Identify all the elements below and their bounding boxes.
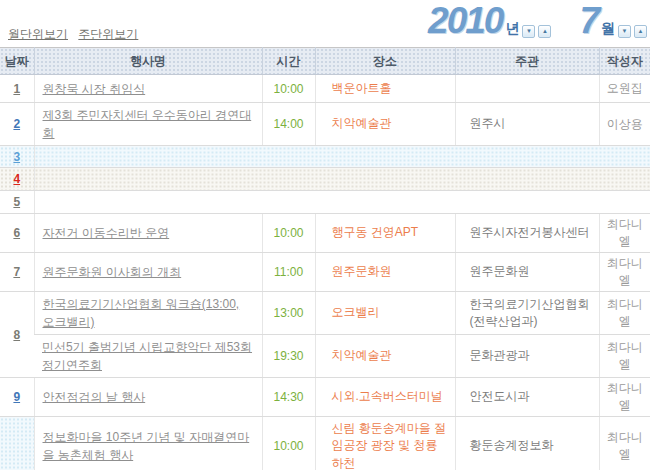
date-cell: 8 bbox=[0, 292, 34, 378]
year-unit-label: 년 bbox=[505, 20, 519, 38]
date-cell: 10 bbox=[0, 417, 34, 470]
event-table-body: 1원창묵 시장 취임식10:00백운아트홀오원집2제3회 주민자치센터 우수동아… bbox=[0, 75, 650, 470]
table-header-row: 날짜행사명시간장소주관작성자 bbox=[0, 48, 650, 75]
empty-day-row: 4 bbox=[0, 168, 650, 191]
date-link[interactable]: 4 bbox=[13, 172, 20, 186]
organizer-cell: 안전도시과 bbox=[455, 378, 599, 417]
date-link[interactable]: 9 bbox=[13, 390, 20, 404]
author-cell: 최다니엘 bbox=[599, 378, 650, 417]
date-cell: 3 bbox=[0, 146, 34, 168]
time-cell: 11:00 bbox=[262, 253, 315, 292]
column-header: 작성자 bbox=[599, 48, 650, 75]
place-cell: 행구동 건영APT bbox=[315, 214, 455, 253]
event-name-cell: 제3회 주민자치센터 우수동아리 경연대회 bbox=[34, 103, 262, 146]
date-link[interactable]: 6 bbox=[13, 226, 20, 240]
month-unit-label: 월 bbox=[601, 20, 615, 38]
time-cell: 10:00 bbox=[262, 214, 315, 253]
column-header: 시간 bbox=[262, 48, 315, 75]
time-cell: 13:00 bbox=[262, 292, 315, 335]
event-name-cell: 한국의료기기산업협회 워크숍(13:00, 오크밸리) bbox=[34, 292, 262, 335]
column-header: 장소 bbox=[315, 48, 455, 75]
monthly-view-link[interactable]: 월단위보기 bbox=[8, 27, 68, 41]
time-cell: 10:00 bbox=[262, 75, 315, 103]
event-row: 민선5기 출범기념 시립교향악단 제53회 정기연주회19:30치악예술관문화관… bbox=[0, 335, 650, 378]
event-name-cell: 자전거 이동수리반 운영 bbox=[34, 214, 262, 253]
place-cell: 치악예술관 bbox=[315, 103, 455, 146]
event-row: 1원창묵 시장 취임식10:00백운아트홀오원집 bbox=[0, 75, 650, 103]
time-cell: 14:30 bbox=[262, 378, 315, 417]
time-cell: 19:30 bbox=[262, 335, 315, 378]
place-cell: 백운아트홀 bbox=[315, 75, 455, 103]
month-increment-button[interactable]: ▲ bbox=[634, 25, 647, 38]
organizer-cell: 한국의료기기산업협회(전략산업과) bbox=[455, 292, 599, 335]
organizer-cell bbox=[455, 75, 599, 103]
place-cell: 원주문화원 bbox=[315, 253, 455, 292]
author-cell: 오원집 bbox=[599, 75, 650, 103]
date-cell: 4 bbox=[0, 168, 34, 191]
date-cell: 2 bbox=[0, 103, 34, 146]
organizer-cell: 원주문화원 bbox=[455, 253, 599, 292]
author-cell: 최다니엘 bbox=[599, 417, 650, 470]
empty-day-cell bbox=[34, 168, 650, 191]
author-cell: 최다니엘 bbox=[599, 335, 650, 378]
empty-day-cell bbox=[34, 146, 650, 168]
year-increment-button[interactable]: ▲ bbox=[538, 25, 551, 38]
event-table: 날짜행사명시간장소주관작성자 1원창묵 시장 취임식10:00백운아트홀오원집2… bbox=[0, 47, 650, 470]
event-name-cell: 정보화마을 10주년 기념 및 자매결연마을 농촌체험 행사 bbox=[34, 417, 262, 470]
author-cell: 최다니엘 bbox=[599, 253, 650, 292]
date-link[interactable]: 5 bbox=[13, 195, 20, 209]
event-row: 7원주문화원 이사회의 개최11:00원주문화원원주문화원최다니엘 bbox=[0, 253, 650, 292]
event-name-cell: 안전점검의 날 행사 bbox=[34, 378, 262, 417]
date-cell: 5 bbox=[0, 191, 34, 214]
empty-day-row: 3 bbox=[0, 146, 650, 168]
view-switcher: 월단위보기 주단위보기 bbox=[8, 26, 145, 43]
event-row: 8한국의료기기산업협회 워크숍(13:00, 오크밸리)13:00오크밸리한국의… bbox=[0, 292, 650, 335]
date-cell: 7 bbox=[0, 253, 34, 292]
column-header: 주관 bbox=[455, 48, 599, 75]
column-header: 행사명 bbox=[34, 48, 262, 75]
date-link[interactable]: 8 bbox=[13, 328, 20, 342]
month-decrement-button[interactable]: ▼ bbox=[618, 25, 631, 38]
date-navigator: 2010 년 ▼ ▲ 7 월 ▼ ▲ bbox=[428, 1, 647, 41]
top-bar: 월단위보기 주단위보기 2010 년 ▼ ▲ 7 월 ▼ ▲ bbox=[0, 0, 650, 47]
event-row: 9안전점검의 날 행사14:30시외.고속버스터미널안전도시과최다니엘 bbox=[0, 378, 650, 417]
organizer-cell: 원주시자전거봉사센터 bbox=[455, 214, 599, 253]
author-cell: 최다니엘 bbox=[599, 292, 650, 335]
month-value: 7 bbox=[579, 1, 598, 41]
event-link[interactable]: 정보화마을 10주년 기념 및 자매결연마을 농촌체험 행사 bbox=[43, 430, 250, 462]
place-cell: 신림 황둔송계마을 절임공장 광장 및 청룡하천 bbox=[315, 417, 455, 470]
organizer-cell: 원주시 bbox=[455, 103, 599, 146]
date-cell: 6 bbox=[0, 214, 34, 253]
event-link[interactable]: 원창묵 시장 취임식 bbox=[43, 82, 146, 96]
place-cell: 치악예술관 bbox=[315, 335, 455, 378]
time-cell: 14:00 bbox=[262, 103, 315, 146]
year-decrement-button[interactable]: ▼ bbox=[522, 25, 535, 38]
empty-day-cell bbox=[34, 191, 650, 214]
author-cell: 최다니엘 bbox=[599, 214, 650, 253]
event-link[interactable]: 제3회 주민자치센터 우수동아리 경연대회 bbox=[43, 108, 252, 140]
event-link[interactable]: 한국의료기기산업협회 워크숍(13:00, 오크밸리) bbox=[43, 297, 240, 329]
event-name-cell: 민선5기 출범기념 시립교향악단 제53회 정기연주회 bbox=[34, 335, 262, 378]
empty-day-row: 5 bbox=[0, 191, 650, 214]
date-link[interactable]: 2 bbox=[13, 117, 20, 131]
event-row: 6자전거 이동수리반 운영10:00행구동 건영APT원주시자전거봉사센터최다니… bbox=[0, 214, 650, 253]
event-link[interactable]: 자전거 이동수리반 운영 bbox=[43, 226, 170, 240]
event-calendar-page: 월단위보기 주단위보기 2010 년 ▼ ▲ 7 월 ▼ ▲ 날짜행사명시간장소… bbox=[0, 0, 650, 470]
event-row: 10정보화마을 10주년 기념 및 자매결연마을 농촌체험 행사10:00신림 … bbox=[0, 417, 650, 470]
event-link[interactable]: 민선5기 출범기념 시립교향악단 제53회 정기연주회 bbox=[42, 340, 252, 372]
event-name-cell: 원주문화원 이사회의 개최 bbox=[34, 253, 262, 292]
author-cell: 이상용 bbox=[599, 103, 650, 146]
date-link[interactable]: 7 bbox=[13, 265, 20, 279]
organizer-cell: 황둔송계정보화 bbox=[455, 417, 599, 470]
time-cell: 10:00 bbox=[262, 417, 315, 470]
event-link[interactable]: 원주문화원 이사회의 개최 bbox=[43, 265, 182, 279]
event-link[interactable]: 안전점검의 날 행사 bbox=[43, 390, 146, 404]
column-header: 날짜 bbox=[0, 48, 34, 75]
event-name-cell: 원창묵 시장 취임식 bbox=[34, 75, 262, 103]
date-link[interactable]: 1 bbox=[13, 82, 20, 96]
organizer-cell: 문화관광과 bbox=[455, 335, 599, 378]
event-row: 2제3회 주민자치센터 우수동아리 경연대회14:00치악예술관원주시이상용 bbox=[0, 103, 650, 146]
date-cell: 1 bbox=[0, 75, 34, 103]
date-link[interactable]: 3 bbox=[13, 150, 20, 164]
weekly-view-link[interactable]: 주단위보기 bbox=[78, 27, 138, 41]
